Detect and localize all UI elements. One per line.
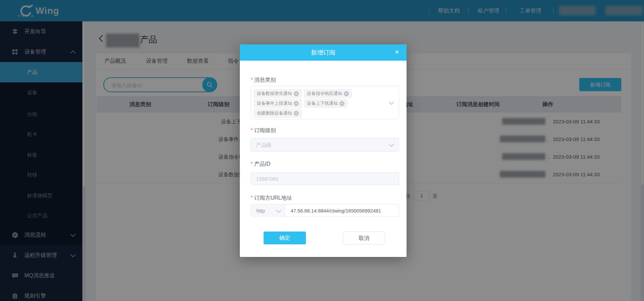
tag-row: 设备数据变化通知× 设备指令响应通知× bbox=[254, 89, 352, 98]
required-star: * bbox=[251, 195, 253, 201]
ctwing-app: Wing 智联未来 帮助文档 租户管理 工单管理 开发向导 设备管理 产品 bbox=[0, 0, 644, 301]
product-id-value: 15587081 bbox=[251, 173, 399, 185]
field-label-product-id: *产品ID bbox=[251, 161, 270, 168]
tag-remove-icon[interactable]: × bbox=[294, 91, 299, 96]
add-subscription-modal: 新增订阅 × *消息类别 设备数据变化通知× 设备指令响应通知× 设备事件上报通… bbox=[240, 44, 407, 257]
subscription-level-select[interactable]: 产品级 bbox=[251, 138, 399, 152]
chevron-down-icon bbox=[276, 208, 282, 213]
tag-row: 创建删除设备通知× bbox=[254, 109, 302, 118]
field-label-subscriber-url: *订阅方URL地址 bbox=[251, 195, 292, 202]
subscription-level-value: 产品级 bbox=[251, 138, 399, 152]
chevron-down-icon bbox=[389, 99, 394, 105]
required-star: * bbox=[251, 77, 253, 83]
tag-remove-icon[interactable]: × bbox=[294, 101, 299, 106]
modal-title: 新增订阅 bbox=[240, 44, 407, 61]
tag-row: 设备事件上报通知× 设备上下线通知× bbox=[254, 99, 348, 108]
message-category-multiselect[interactable]: 设备数据变化通知× 设备指令响应通知× 设备事件上报通知× 设备上下线通知× 创… bbox=[251, 86, 399, 119]
field-label-message-category: *消息类别 bbox=[251, 77, 276, 84]
tag-remove-icon[interactable]: × bbox=[294, 111, 299, 116]
field-label-subscription-level: *订阅级别 bbox=[251, 127, 276, 134]
close-icon[interactable]: × bbox=[395, 44, 399, 60]
tag-remove-icon[interactable]: × bbox=[344, 91, 349, 96]
selected-tag: 设备上下线通知× bbox=[304, 99, 348, 108]
required-star: * bbox=[251, 161, 253, 167]
product-id-input[interactable]: 15587081 bbox=[251, 172, 399, 185]
url-protocol-select[interactable]: http bbox=[251, 204, 285, 217]
modal-header: 新增订阅 × bbox=[240, 44, 407, 61]
selected-tag: 设备数据变化通知× bbox=[254, 89, 302, 98]
subscriber-url-input[interactable] bbox=[285, 204, 404, 217]
selected-tag: 创建删除设备通知× bbox=[254, 109, 302, 118]
confirm-button[interactable]: 确定 bbox=[264, 232, 306, 244]
selected-tag: 设备指令响应通知× bbox=[304, 89, 352, 98]
required-star: * bbox=[251, 127, 253, 133]
selected-tag: 设备事件上报通知× bbox=[254, 99, 302, 108]
subscriber-url-field: http bbox=[251, 204, 399, 217]
tag-remove-icon[interactable]: × bbox=[339, 101, 345, 106]
cancel-button[interactable]: 取消 bbox=[343, 232, 385, 244]
